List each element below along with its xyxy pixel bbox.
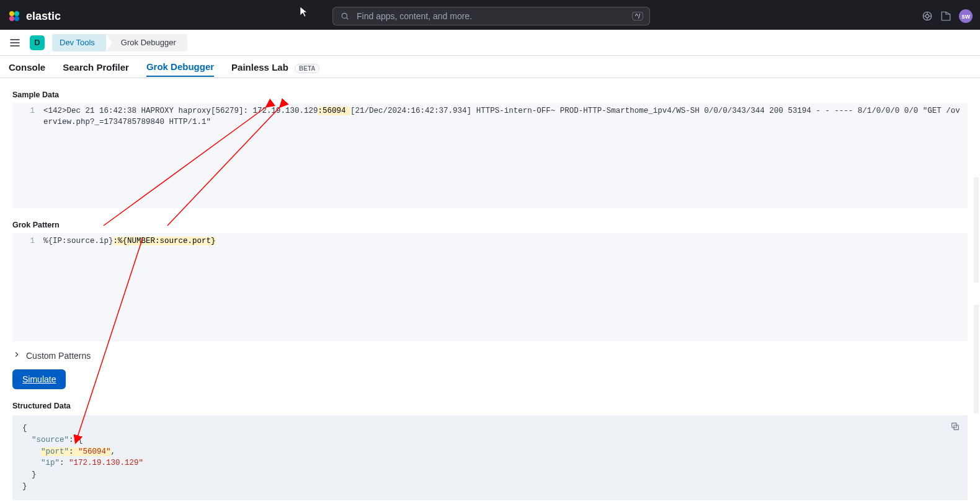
svg-point-2 bbox=[9, 16, 14, 21]
svg-point-7 bbox=[925, 14, 929, 17]
breadcrumb-grok[interactable]: Grok Debugger bbox=[106, 34, 187, 51]
svg-point-4 bbox=[342, 13, 347, 18]
nav-toggle-icon[interactable] bbox=[7, 35, 22, 50]
label-grok-pattern: Grok Pattern bbox=[12, 221, 968, 229]
pattern-scrollbar[interactable] bbox=[974, 305, 979, 413]
json-key-source: "source" bbox=[32, 436, 69, 444]
tab-painless-label: Painless Lab bbox=[231, 62, 288, 73]
elastic-logo-icon bbox=[7, 9, 21, 23]
grok-pattern-editor[interactable]: 1 %{IP:source.ip}:%{NUMBER:source.port} bbox=[12, 233, 968, 341]
chevron-right-icon bbox=[12, 350, 21, 361]
top-header: elastic ^/ sw bbox=[0, 0, 980, 30]
custom-patterns-toggle[interactable]: Custom Patterns bbox=[12, 350, 968, 361]
simulate-button[interactable]: Simulate bbox=[12, 369, 66, 389]
search-shortcut: ^/ bbox=[632, 12, 643, 20]
sample-scrollbar[interactable] bbox=[974, 177, 979, 283]
tab-console[interactable]: Console bbox=[9, 57, 45, 76]
breadcrumb-row: D Dev Tools Grok Debugger bbox=[0, 30, 980, 56]
json-val-ip: "172.19.130.129" bbox=[69, 459, 143, 467]
sample-data-editor[interactable]: 1 <142>Dec 21 16:42:38 HAPROXY haproxy[5… bbox=[12, 103, 968, 208]
sample-pre: <142>Dec 21 16:42:38 HAPROXY haproxy[562… bbox=[43, 107, 318, 115]
tabs: Console Search Profiler Grok Debugger Pa… bbox=[0, 56, 980, 78]
editor-gutter: 1 bbox=[12, 103, 40, 208]
pattern-highlight: :%{NUMBER:source.port} bbox=[114, 237, 216, 245]
svg-point-1 bbox=[14, 11, 19, 16]
search-icon bbox=[339, 11, 350, 22]
newsfeed-icon[interactable] bbox=[940, 11, 951, 22]
grok-pattern-content[interactable]: %{IP:source.ip}:%{NUMBER:source.port} bbox=[40, 233, 968, 341]
svg-point-3 bbox=[14, 16, 19, 21]
tab-painless-lab[interactable]: Painless Lab BETA bbox=[231, 57, 319, 76]
structured-port-highlight: "port": "56094" bbox=[41, 447, 111, 456]
tab-search-profiler[interactable]: Search Profiler bbox=[63, 57, 129, 76]
editor-gutter: 1 bbox=[12, 233, 40, 341]
beta-badge: BETA bbox=[295, 64, 319, 73]
label-structured-data: Structured Data bbox=[12, 402, 968, 410]
svg-point-0 bbox=[9, 11, 14, 16]
user-avatar[interactable]: sw bbox=[959, 9, 973, 23]
global-search[interactable]: ^/ bbox=[332, 7, 650, 25]
breadcrumb-devtools[interactable]: Dev Tools bbox=[52, 34, 106, 51]
sample-data-content[interactable]: <142>Dec 21 16:42:38 HAPROXY haproxy[562… bbox=[40, 103, 968, 208]
space-badge[interactable]: D bbox=[30, 35, 45, 50]
tab-grok-debugger[interactable]: Grok Debugger bbox=[146, 56, 214, 77]
brand-name[interactable]: elastic bbox=[26, 10, 61, 23]
pattern-pre: %{IP:source.ip} bbox=[43, 237, 114, 245]
svg-line-5 bbox=[347, 18, 349, 20]
copy-icon[interactable] bbox=[950, 421, 960, 436]
structured-data-panel: { "source": { "port": "56094", "ip": "17… bbox=[12, 415, 968, 500]
json-key-ip: "ip" bbox=[41, 459, 60, 467]
search-input[interactable] bbox=[355, 11, 627, 22]
help-icon[interactable] bbox=[922, 11, 933, 22]
custom-patterns-label: Custom Patterns bbox=[26, 351, 91, 361]
label-sample-data: Sample Data bbox=[12, 90, 968, 99]
sample-highlight: :56094 bbox=[318, 107, 351, 115]
breadcrumb: Dev Tools Grok Debugger bbox=[52, 34, 187, 51]
